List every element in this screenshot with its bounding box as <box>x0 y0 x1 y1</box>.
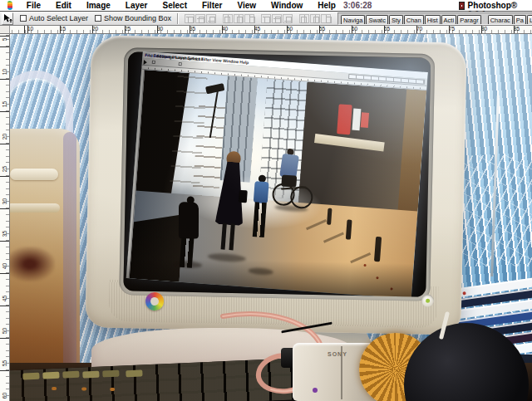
ruler-label: 10 <box>2 67 7 77</box>
ruler-label: 60 <box>2 391 7 401</box>
keyboard-key-highlight <box>62 371 79 379</box>
tower-handle <box>10 71 73 137</box>
align-horizontal-centers-button[interactable] <box>234 14 244 23</box>
figure-legs <box>253 202 267 237</box>
horizontal-ruler[interactable]: 10 15 20 25 30 35 40 45 50 55 60 65 70 7… <box>10 26 532 34</box>
sony-camera: SONY <box>279 323 532 401</box>
palette-tab-actions[interactable]: Acti <box>441 15 457 24</box>
distribute-bottom-edges-button[interactable] <box>283 14 293 23</box>
screen-frame: File Edit Image Layer Select Filter View… <box>119 47 435 301</box>
palette-tab-paths[interactable]: Pa <box>514 15 526 24</box>
palette-well: Naviga Swatc Sty Chan Hist Acti Paragr C… <box>337 12 532 25</box>
ruler-label: 35 <box>2 229 7 239</box>
menu-file[interactable]: File <box>19 0 48 11</box>
powermac-tower <box>10 71 85 401</box>
ruler-label: 80 <box>481 26 487 32</box>
ruler-label: 5 <box>2 35 7 45</box>
ruler-label: 70 <box>416 26 422 32</box>
keyboard-key-highlight <box>102 370 119 378</box>
ruler-label: 15 <box>60 26 66 32</box>
distribute-left-edges-button[interactable] <box>299 14 309 23</box>
palette-tab-paragraph[interactable]: Paragr <box>457 15 481 24</box>
ruler-label: 55 <box>319 26 325 32</box>
checkbox-box[interactable] <box>95 15 101 22</box>
ruler-label: 20 <box>2 132 7 142</box>
figure-legs <box>229 223 235 250</box>
tower-drive-slot <box>10 203 60 213</box>
cd-label-dot <box>462 291 466 296</box>
palette-tab-navigator[interactable]: Naviga <box>341 15 365 24</box>
distribute-top-edges-button[interactable] <box>261 14 271 23</box>
align-horizontal-group <box>223 14 254 23</box>
ruler-label: 30 <box>2 197 7 207</box>
palette-tab-history[interactable]: Hist <box>425 15 441 24</box>
ruler-label: 85 <box>514 26 520 32</box>
checkbox-label: Show Bounding Box <box>104 14 171 22</box>
document-canvas[interactable]: File Edit Image Layer Select Filter View… <box>10 34 532 401</box>
ruler-label: 40 <box>222 26 228 32</box>
align-right-edges-button[interactable] <box>244 14 254 23</box>
ruler-label: 20 <box>92 26 98 32</box>
ruler-label: 75 <box>449 26 455 32</box>
align-left-edges-button[interactable] <box>223 14 233 23</box>
desktop-screenshot: File Edit Image Layer Select Filter View… <box>0 0 532 401</box>
menu-select[interactable]: Select <box>155 0 195 11</box>
menu-view[interactable]: View <box>229 0 264 11</box>
menu-bar: File Edit Image Layer Select Filter View… <box>0 0 532 12</box>
distribute-vertical-group <box>261 14 293 23</box>
keyboard-key-highlight <box>42 372 59 379</box>
palette-tab-layers[interactable]: Lay <box>527 15 532 24</box>
ruler-label: 40 <box>2 262 7 271</box>
options-separator <box>177 13 179 24</box>
align-bottom-edges-button[interactable] <box>206 14 216 23</box>
microphone-boom <box>281 322 332 334</box>
tower-translucent-edge <box>63 132 76 381</box>
palette-tab-channels[interactable]: Chan <box>404 15 424 24</box>
screen-glass: File Edit Image Layer Select Filter View… <box>123 51 431 297</box>
checkbox-box[interactable] <box>20 15 27 22</box>
menu-edit[interactable]: Edit <box>48 0 79 11</box>
photoshop-app-icon <box>459 2 464 10</box>
ruler-label: 35 <box>190 26 195 32</box>
crt-monitor: File Edit Image Layer Select Filter View… <box>85 35 466 335</box>
camera-brand-label: SONY <box>328 351 347 357</box>
tower-groove-shadow <box>10 247 55 281</box>
ruler-label: 45 <box>2 294 7 304</box>
screen-vignette <box>123 51 219 292</box>
menu-filter[interactable]: Filter <box>195 0 229 11</box>
show-bounding-box-checkbox[interactable]: Show Bounding Box <box>95 14 171 22</box>
ruler-label: 55 <box>2 359 7 369</box>
distribute-vertical-centers-button[interactable] <box>272 14 282 23</box>
screen-glare <box>293 55 431 165</box>
ruler-label: 50 <box>2 326 7 336</box>
palette-tab-character[interactable]: Charac <box>488 15 513 24</box>
ruler-label: 25 <box>125 26 131 32</box>
ruler-label: 50 <box>287 26 293 32</box>
menu-help[interactable]: Help <box>310 0 343 11</box>
ruler-label: 15 <box>2 100 7 110</box>
vertical-ruler[interactable]: 5 10 15 20 25 30 35 40 45 50 55 60 <box>0 34 10 401</box>
checkbox-label: Auto Select Layer <box>29 14 88 22</box>
keyboard-key-highlight <box>126 369 142 377</box>
menu-layer[interactable]: Layer <box>118 0 155 11</box>
tool-options-bar: Auto Select Layer Show Bounding Box <box>0 12 532 26</box>
distribute-horizontal-centers-button[interactable] <box>310 14 320 23</box>
apple-menu-icon[interactable] <box>7 1 12 10</box>
auto-select-layer-checkbox[interactable]: Auto Select Layer <box>20 14 88 22</box>
distribute-horizontal-group <box>299 14 331 23</box>
move-tool-button[interactable] <box>2 12 13 25</box>
align-vertical-centers-button[interactable] <box>195 14 205 23</box>
ruler-label: 30 <box>157 26 163 32</box>
menu-window[interactable]: Window <box>264 0 310 11</box>
keyboard-key-glow <box>110 388 115 391</box>
palette-tab-styles[interactable]: Sty <box>389 15 403 24</box>
align-top-edges-button[interactable] <box>185 14 195 23</box>
keyboard-key-glow <box>52 387 57 390</box>
keyboard-key-highlight <box>22 373 39 380</box>
palette-tab-swatches[interactable]: Swatc <box>366 15 387 24</box>
menu-image[interactable]: Image <box>79 0 118 11</box>
distribute-right-edges-button[interactable] <box>321 14 331 23</box>
camera-lens <box>404 323 529 401</box>
ruler-label: 25 <box>2 164 7 174</box>
keyboard-key-highlight <box>82 371 99 379</box>
